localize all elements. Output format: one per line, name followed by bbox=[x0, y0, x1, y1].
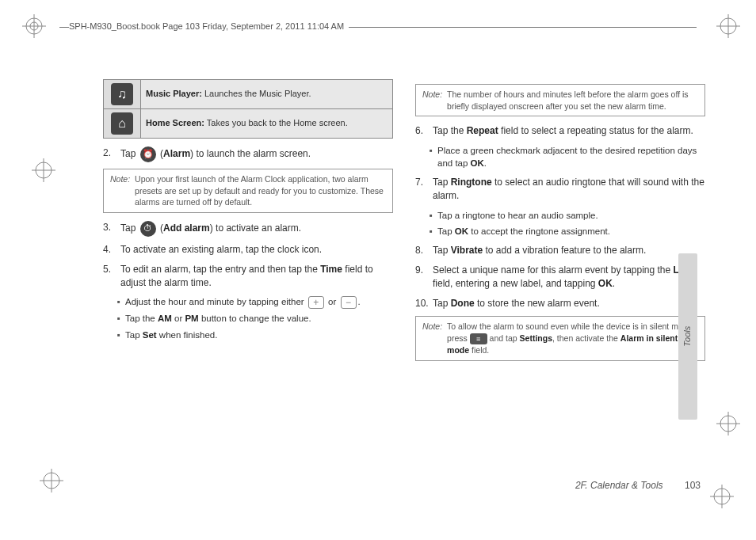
step-4: 4. To activate an existing alarm, tap th… bbox=[103, 243, 393, 257]
reg-mark-icon bbox=[22, 14, 46, 38]
row-desc: Launches the Music Player. bbox=[204, 89, 311, 98]
substep: Tap Set when finished. bbox=[117, 329, 393, 341]
step-10: 10. Tap Done to store the new alarm even… bbox=[415, 297, 705, 310]
reg-mark-icon bbox=[40, 469, 63, 492]
home-icon: ⌂ bbox=[111, 112, 133, 135]
step-9: 9. Select a unique name for this alarm e… bbox=[415, 264, 705, 291]
substep: Adjust the hour and minute by tapping ei… bbox=[117, 295, 393, 309]
add-alarm-icon: ⏱ bbox=[140, 221, 156, 237]
substep: Tap OK to accept the ringtone assignment… bbox=[430, 225, 705, 238]
footer-section: 2F. Calendar & Tools bbox=[575, 480, 663, 491]
note-text: To allow the alarm to sound even while t… bbox=[447, 321, 698, 356]
step-6: 6. Tap the Repeat field to select a repe… bbox=[415, 124, 705, 138]
table-row: ⌂ Home Screen: Takes you back to the Hom… bbox=[104, 109, 393, 139]
step-3: 3. Tap ⏱ (Add alarm) to activate an alar… bbox=[103, 221, 393, 237]
step-2: 2. Tap ⏰ (Alarm) to launch the alarm scr… bbox=[103, 146, 393, 162]
substep: Place a green checkmark adjacent to the … bbox=[430, 144, 705, 169]
left-column: ♫ Music Player: Launches the Music Playe… bbox=[103, 79, 393, 459]
row-desc: Takes you back to the Home screen. bbox=[207, 118, 348, 127]
minus-icon: − bbox=[341, 296, 357, 309]
page-header: SPH-M930_Boost.book Page 103 Friday, Sep… bbox=[59, 16, 697, 38]
plus-icon: + bbox=[308, 296, 324, 309]
row-label: Home Screen: bbox=[146, 118, 204, 127]
substep: Tap a ringtone to hear an audio sample. bbox=[430, 209, 705, 222]
reg-mark-icon bbox=[710, 485, 734, 508]
page-number: 103 bbox=[685, 480, 701, 491]
note-box: Note: To allow the alarm to sound even w… bbox=[415, 316, 705, 361]
header-text: SPH-M930_Boost.book Page 103 Friday, Sep… bbox=[69, 21, 349, 32]
page-footer: 2F. Calendar & Tools 103 bbox=[575, 479, 701, 492]
note-box: Note: The number of hours and minutes le… bbox=[415, 84, 705, 116]
menu-icon: ≡ bbox=[470, 333, 487, 344]
note-label: Note: bbox=[422, 321, 442, 356]
step-5: 5. To edit an alarm, tap the entry and t… bbox=[103, 263, 393, 290]
music-icon: ♫ bbox=[111, 83, 133, 105]
step-8: 8. Tap Vibrate to add a vibration featur… bbox=[415, 244, 705, 257]
reg-mark-icon bbox=[716, 412, 740, 435]
table-row: ♫ Music Player: Launches the Music Playe… bbox=[104, 80, 393, 109]
note-text: Upon your first launch of the Alarm Cloc… bbox=[135, 173, 386, 208]
note-label: Note: bbox=[422, 89, 442, 112]
substep: Tap the AM or PM button to change the va… bbox=[117, 312, 393, 325]
note-label: Note: bbox=[110, 173, 130, 208]
icon-table: ♫ Music Player: Launches the Music Playe… bbox=[103, 79, 393, 139]
note-text: The number of hours and minutes left bef… bbox=[447, 89, 698, 112]
row-label: Music Player: bbox=[146, 89, 202, 98]
alarm-icon: ⏰ bbox=[140, 146, 156, 162]
note-box: Note: Upon your first launch of the Alar… bbox=[103, 169, 393, 213]
side-tab: Tools bbox=[678, 253, 697, 420]
side-tab-label: Tools bbox=[682, 326, 693, 347]
reg-mark-icon bbox=[716, 14, 740, 38]
right-column: Note: The number of hours and minutes le… bbox=[415, 79, 705, 459]
reg-mark-icon bbox=[32, 158, 55, 182]
step-7: 7. Tap Ringtone to select an audio ringt… bbox=[415, 176, 705, 203]
